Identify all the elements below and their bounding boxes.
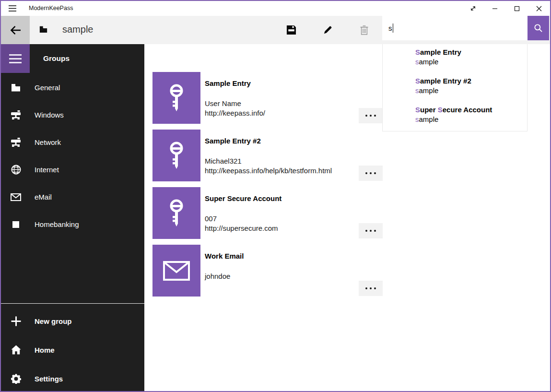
key-icon xyxy=(167,83,186,112)
entry-detail: User Name xyxy=(205,99,265,108)
search-suggestion[interactable]: Sample Entry sample xyxy=(415,48,527,76)
suggestion-title: Sample Entry #2 xyxy=(415,76,527,86)
entry-row-work-email[interactable]: Work Email johndoe xyxy=(152,245,383,297)
entry-detail: http://supersecure.com xyxy=(205,224,281,233)
entry-title: Work Email xyxy=(205,251,244,261)
search-suggestion[interactable]: Sample Entry #2 sample xyxy=(415,76,527,105)
entry-title: Sample Entry xyxy=(205,79,265,88)
sidebar-item-internet[interactable]: Internet xyxy=(1,156,144,183)
hamburger-icon xyxy=(9,54,22,64)
sidebar-item-home[interactable]: Home xyxy=(1,335,144,364)
search-suggestion[interactable]: Super Secure Account sample xyxy=(415,105,527,134)
close-button[interactable] xyxy=(528,1,550,16)
groups-header: Groups xyxy=(43,44,70,73)
gear-icon xyxy=(11,373,21,384)
back-button[interactable] xyxy=(1,16,30,44)
entry-tile xyxy=(152,72,200,124)
pencil-icon xyxy=(323,25,333,35)
envelope-icon xyxy=(11,192,21,202)
minimize-button[interactable] xyxy=(484,1,506,16)
more-options-button[interactable] xyxy=(359,281,383,296)
delete-button[interactable] xyxy=(346,16,382,44)
entry-detail: http://keepass.info/ xyxy=(205,108,265,118)
sidebar-item-general[interactable]: General xyxy=(1,74,144,101)
titlebar: ModernKeePass xyxy=(1,1,550,16)
save-button[interactable] xyxy=(273,16,309,44)
entry-row-sample-entry-2[interactable]: Sample Entry #2 Michael321http://keepass… xyxy=(152,130,383,181)
fullscreen-button[interactable] xyxy=(462,1,484,16)
appbar-actions xyxy=(270,16,382,44)
entry-tile xyxy=(152,130,200,181)
window-controls xyxy=(462,1,550,16)
home-icon xyxy=(11,344,21,355)
edit-button[interactable] xyxy=(309,16,346,44)
search-input[interactable]: s xyxy=(382,16,528,40)
entry-title: Sample Entry #2 xyxy=(205,136,332,146)
network-icon xyxy=(11,110,21,120)
text-caret xyxy=(393,24,394,33)
sidebar: Groups General Windows Network Internet … xyxy=(1,44,144,391)
square-icon xyxy=(11,219,21,230)
fullscreen-icon xyxy=(469,5,477,12)
entry-row-sample-entry[interactable]: Sample Entry User Namehttp://keepass.inf… xyxy=(152,72,383,124)
nav-toggle-button[interactable] xyxy=(1,44,30,73)
maximize-button[interactable] xyxy=(506,1,528,16)
suggestion-subtitle: sample xyxy=(415,86,527,95)
entry-tile xyxy=(152,245,200,297)
entry-detail: 007 xyxy=(205,214,281,224)
sidebar-item-network[interactable]: Network xyxy=(1,129,144,156)
entry-detail: http://keepass.info/help/kb/testform.htm… xyxy=(205,166,332,176)
plus-icon xyxy=(11,316,21,326)
network-icon xyxy=(11,137,21,148)
group-list: General Windows Network Internet eMail H… xyxy=(1,74,144,238)
entry-detail: johndoe xyxy=(205,272,244,281)
save-icon xyxy=(286,25,296,35)
sidebar-item-email[interactable]: eMail xyxy=(1,183,144,211)
sidebar-item-new-group[interactable]: New group xyxy=(1,307,144,335)
folder-icon xyxy=(11,83,21,93)
back-arrow-icon xyxy=(10,25,21,35)
database-title: sample xyxy=(62,16,93,43)
entry-title: Super Secure Account xyxy=(205,194,281,203)
sidebar-item-homebanking[interactable]: Homebanking xyxy=(1,211,144,238)
sidebar-footer: New group Home Settings xyxy=(1,303,144,392)
entry-detail: Michael321 xyxy=(205,156,332,166)
entry-tile xyxy=(152,187,200,239)
suggestion-subtitle: sample xyxy=(415,115,527,124)
search-button[interactable] xyxy=(528,16,549,40)
search-suggestions: Sample Entry sample Sample Entry #2 samp… xyxy=(382,44,528,131)
sidebar-item-settings[interactable]: Settings xyxy=(1,364,144,392)
suggestion-title: Sample Entry xyxy=(415,48,527,57)
key-icon xyxy=(167,199,186,227)
close-icon xyxy=(536,6,542,12)
app-window: ModernKeePass xyxy=(0,0,551,392)
search-icon xyxy=(534,24,543,33)
suggestion-subtitle: sample xyxy=(415,57,527,67)
database-icon xyxy=(39,26,48,34)
entry-list: Sample Entry User Namehttp://keepass.inf… xyxy=(152,72,383,302)
window-title: ModernKeePass xyxy=(29,1,73,15)
sidebar-item-windows[interactable]: Windows xyxy=(1,101,144,129)
more-options-button[interactable] xyxy=(359,223,383,238)
entry-row-super-secure-account[interactable]: Super Secure Account 007http://supersecu… xyxy=(152,187,383,239)
key-icon xyxy=(167,141,186,170)
globe-icon xyxy=(11,165,21,175)
hamburger-icon xyxy=(8,5,17,12)
suggestion-title: Super Secure Account xyxy=(415,105,527,115)
more-options-button[interactable] xyxy=(359,108,383,123)
command-bar: sample s xyxy=(1,16,550,44)
envelope-icon xyxy=(163,261,190,281)
minimize-icon xyxy=(492,6,498,12)
trash-icon xyxy=(360,25,369,35)
more-options-button[interactable] xyxy=(359,166,383,181)
maximize-icon xyxy=(514,6,520,12)
search-input-value: s xyxy=(388,24,392,32)
